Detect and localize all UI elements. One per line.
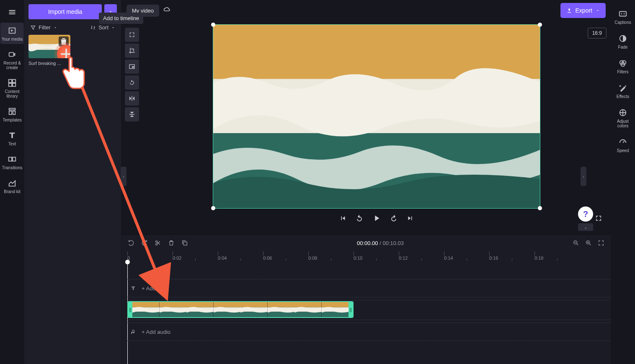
svg-rect-33 bbox=[240, 302, 268, 307]
flip-horizontal-button[interactable] bbox=[125, 91, 139, 106]
text-track[interactable]: + Add text bbox=[127, 279, 611, 297]
nav-label: Content library bbox=[1, 89, 23, 98]
resize-handle-bottom-right[interactable] bbox=[538, 206, 542, 210]
time-display: 00:00.00 / 00:10.03 bbox=[194, 240, 566, 246]
sort-button[interactable]: Sort bbox=[90, 24, 115, 31]
svg-rect-39 bbox=[294, 302, 322, 307]
play-button[interactable] bbox=[372, 214, 381, 223]
undo-button[interactable] bbox=[127, 239, 135, 247]
resize-handle-bottom-left[interactable] bbox=[211, 206, 215, 210]
filter-button[interactable]: Filter bbox=[30, 24, 57, 31]
help-button[interactable]: ? bbox=[578, 207, 593, 222]
video-clip[interactable]: || || bbox=[127, 301, 354, 318]
collapse-right-panel-button[interactable]: › bbox=[581, 167, 586, 186]
fit-button[interactable] bbox=[125, 28, 139, 42]
nav-captions[interactable]: Captions bbox=[611, 6, 635, 27]
crop-button[interactable] bbox=[125, 44, 139, 58]
text-track-icon bbox=[127, 285, 139, 291]
chevron-down-icon bbox=[111, 26, 115, 30]
svg-rect-23 bbox=[132, 312, 160, 317]
nav-filters[interactable]: Filters bbox=[611, 55, 635, 77]
add-to-timeline-tooltip: Add to timeline bbox=[99, 13, 143, 24]
export-button[interactable]: Export bbox=[560, 3, 606, 18]
center-area: My video Export 16:9 bbox=[121, 0, 611, 364]
pip-button[interactable] bbox=[125, 59, 139, 74]
nav-fade[interactable]: Fade bbox=[611, 31, 635, 52]
preview-frame-art bbox=[213, 25, 540, 208]
current-time: 00:00.00 bbox=[357, 240, 378, 246]
nav-label: Text bbox=[8, 142, 16, 146]
rewind-button[interactable] bbox=[355, 214, 364, 222]
clip-handle-right[interactable]: || bbox=[348, 302, 353, 317]
resize-handle-top-left[interactable] bbox=[211, 23, 215, 27]
upload-icon bbox=[566, 8, 572, 13]
svg-rect-21 bbox=[132, 302, 160, 307]
nav-record-create[interactable]: Record & create bbox=[0, 46, 24, 72]
add-audio-hint[interactable]: + Add audio bbox=[142, 329, 170, 335]
nav-brand-kit[interactable]: Brand kit bbox=[0, 175, 24, 196]
nav-label: Adjust colors bbox=[612, 119, 634, 128]
cloud-sync-icon[interactable] bbox=[163, 6, 171, 15]
nav-effects[interactable]: Effects bbox=[611, 80, 635, 101]
svg-rect-3 bbox=[9, 83, 12, 86]
svg-rect-6 bbox=[9, 111, 12, 114]
nav-speed[interactable]: Speed bbox=[611, 134, 635, 155]
preview-stage[interactable] bbox=[213, 24, 540, 209]
export-label: Export bbox=[576, 7, 592, 14]
audio-track-icon bbox=[127, 329, 139, 335]
delete-button[interactable] bbox=[168, 239, 175, 247]
forward-button[interactable] bbox=[390, 214, 398, 222]
nav-your-media[interactable]: Your media bbox=[0, 23, 24, 44]
left-nav-rail: Your media Record & create Content libra… bbox=[0, 0, 24, 364]
resize-handle-top-right[interactable] bbox=[538, 23, 542, 27]
nav-content-library[interactable]: Content library bbox=[0, 75, 24, 101]
nav-label: Effects bbox=[617, 94, 629, 99]
video-track[interactable]: || || bbox=[127, 300, 611, 320]
clip-handle-left[interactable]: || bbox=[128, 302, 132, 317]
nav-label: Speed bbox=[617, 148, 629, 153]
svg-rect-27 bbox=[186, 302, 214, 307]
total-time: 00:10.03 bbox=[382, 240, 404, 246]
timeline-panel: 00:00.00 / 00:10.03 00:020:040:060:080:1… bbox=[121, 234, 611, 364]
nav-templates[interactable]: Templates bbox=[0, 103, 24, 125]
svg-rect-0 bbox=[9, 52, 14, 56]
flip-vertical-button[interactable] bbox=[125, 107, 139, 121]
duplicate-button[interactable] bbox=[181, 239, 188, 247]
rotate-button[interactable] bbox=[125, 75, 139, 90]
nav-transitions[interactable]: Transitions bbox=[0, 151, 24, 173]
sort-label: Sort bbox=[98, 24, 108, 31]
filter-label: Filter bbox=[39, 24, 51, 31]
aspect-ratio-selector[interactable]: 16:9 bbox=[588, 28, 607, 39]
zoom-fit-button[interactable] bbox=[597, 239, 605, 247]
svg-rect-18 bbox=[183, 242, 187, 245]
split-button[interactable] bbox=[154, 239, 162, 247]
nav-text[interactable]: Text bbox=[0, 127, 24, 149]
svg-rect-36 bbox=[268, 302, 295, 307]
svg-rect-38 bbox=[268, 312, 295, 317]
redo-button[interactable] bbox=[141, 239, 148, 247]
svg-rect-9 bbox=[13, 157, 15, 161]
svg-rect-1 bbox=[9, 80, 12, 83]
audio-track[interactable]: + Add audio bbox=[127, 323, 611, 341]
svg-rect-41 bbox=[294, 312, 322, 317]
svg-rect-24 bbox=[160, 302, 187, 307]
timeline-ruler[interactable]: 00:020:040:060:080:100:120:140:160:18 bbox=[121, 251, 611, 261]
skip-start-button[interactable] bbox=[339, 214, 347, 222]
nav-adjust-colors[interactable]: Adjust colors bbox=[611, 105, 635, 131]
collapse-timeline-button[interactable]: ⌄ bbox=[578, 223, 593, 231]
zoom-in-button[interactable] bbox=[585, 239, 592, 247]
stage-tool-column bbox=[121, 21, 142, 234]
nav-label: Templates bbox=[3, 118, 22, 122]
collapse-left-panel-button[interactable]: ‹ bbox=[121, 167, 126, 186]
svg-rect-32 bbox=[214, 312, 241, 317]
hamburger-menu-button[interactable] bbox=[4, 4, 20, 20]
import-media-button[interactable]: Import media bbox=[28, 4, 102, 19]
timeline-tracks[interactable]: + Add text || || + Add audio bbox=[121, 261, 611, 364]
nav-label: Captions bbox=[614, 20, 631, 25]
svg-rect-29 bbox=[186, 312, 214, 317]
zoom-out-button[interactable] bbox=[572, 239, 580, 247]
skip-end-button[interactable] bbox=[406, 214, 414, 222]
fullscreen-button[interactable] bbox=[595, 214, 602, 222]
add-text-hint[interactable]: + Add text bbox=[142, 285, 166, 292]
chevron-down-icon bbox=[53, 26, 57, 30]
